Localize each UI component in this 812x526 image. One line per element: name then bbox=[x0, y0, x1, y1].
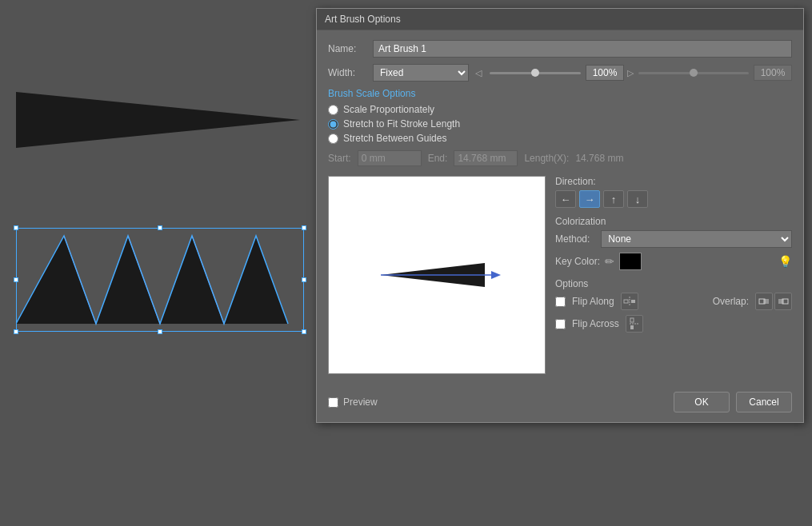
slider2-value bbox=[754, 65, 792, 81]
overlap-btn1[interactable] bbox=[755, 293, 773, 310]
zigzag-svg bbox=[16, 228, 304, 332]
svg-rect-9 bbox=[631, 300, 635, 303]
lengthx-label: Length(X): bbox=[524, 153, 569, 164]
slider1-right-icon: ▷ bbox=[627, 68, 634, 78]
dir-btn-down[interactable]: ↓ bbox=[627, 190, 648, 208]
key-color-swatch[interactable] bbox=[619, 253, 642, 270]
flip-along-icon bbox=[621, 293, 638, 310]
radio-scale-proportionately[interactable]: Scale Proportionately bbox=[328, 104, 792, 115]
lower-section: Direction: ← → ↑ ↓ Colorization Method: … bbox=[328, 176, 792, 374]
method-row: Method: None Tints Tints and Shades Hue … bbox=[555, 230, 792, 248]
options-section: Options Flip Along Overlap: bbox=[555, 278, 792, 337]
key-color-label: Key Color: bbox=[555, 256, 600, 267]
light-icon: 💡 bbox=[778, 255, 792, 268]
art-brush-dialog: Art Brush Options Name: Width: Fixed Pre… bbox=[316, 8, 804, 423]
colorization-section: Colorization Method: None Tints Tints an… bbox=[555, 216, 792, 270]
preview-label: Preview bbox=[343, 396, 378, 408]
dialog-footer: Preview OK Cancel bbox=[317, 384, 803, 422]
right-panel: Direction: ← → ↑ ↓ Colorization Method: … bbox=[555, 176, 792, 374]
preview-box bbox=[328, 176, 546, 374]
flip-along-row: Flip Along Overlap: bbox=[555, 293, 792, 310]
overlap-btn2[interactable] bbox=[774, 293, 792, 310]
radio-stretch-fit-label: Stretch to Fit Stroke Length bbox=[343, 118, 460, 130]
slider2-track bbox=[638, 72, 749, 74]
width-label: Width: bbox=[328, 67, 366, 78]
flip-across-label: Flip Across bbox=[572, 318, 619, 329]
width-select[interactable]: Fixed Pressure bbox=[373, 64, 469, 82]
end-label: End: bbox=[428, 153, 448, 164]
start-input bbox=[358, 150, 422, 166]
slider1-track[interactable] bbox=[490, 72, 581, 74]
canvas-area bbox=[0, 0, 312, 526]
radio-scale-proportionately-label: Scale Proportionately bbox=[343, 104, 434, 115]
ok-button[interactable]: OK bbox=[674, 392, 730, 412]
flip-across-checkbox[interactable] bbox=[555, 319, 566, 329]
start-label: Start: bbox=[328, 153, 351, 164]
key-color-row: Key Color: ✏ 💡 bbox=[555, 253, 792, 270]
svg-rect-15 bbox=[630, 318, 634, 322]
options-title: Options bbox=[555, 278, 792, 289]
flip-along-label: Flip Along bbox=[572, 296, 614, 307]
colorization-title: Colorization bbox=[555, 216, 792, 227]
slider2-area bbox=[634, 65, 792, 81]
cancel-button[interactable]: Cancel bbox=[736, 392, 792, 412]
radio-stretch-guides-input[interactable] bbox=[328, 133, 338, 144]
slider1-area: ◁ ▷ bbox=[475, 65, 634, 81]
lengthx-value: 14.768 mm bbox=[575, 153, 623, 164]
overlap-buttons bbox=[755, 293, 792, 310]
brush-scale-title: Brush Scale Options bbox=[328, 88, 792, 99]
flip-along-checkbox[interactable] bbox=[555, 297, 566, 307]
svg-marker-0 bbox=[16, 92, 300, 148]
guides-row: Start: End: Length(X): 14.768 mm bbox=[328, 150, 792, 166]
end-input bbox=[454, 150, 518, 166]
direction-title: Direction: bbox=[555, 176, 792, 187]
svg-rect-8 bbox=[624, 300, 628, 303]
radio-stretch-guides-label: Stretch Between Guides bbox=[343, 133, 446, 144]
preview-arrow-svg bbox=[357, 255, 517, 295]
radio-stretch-fit-input[interactable] bbox=[328, 119, 338, 130]
preview-check-area: Preview bbox=[328, 396, 378, 408]
slider1-thumb[interactable] bbox=[531, 69, 539, 77]
dir-btn-up[interactable]: ↑ bbox=[603, 190, 624, 208]
svg-rect-12 bbox=[763, 299, 769, 304]
dialog-body: Name: Width: Fixed Pressure ◁ ▷ bbox=[317, 30, 803, 384]
svg-rect-16 bbox=[630, 325, 634, 329]
radio-stretch-fit[interactable]: Stretch to Fit Stroke Length bbox=[328, 118, 792, 130]
slider1-left-icon: ◁ bbox=[475, 68, 482, 78]
flip-across-row: Flip Across bbox=[555, 315, 792, 333]
radio-scale-proportionately-input[interactable] bbox=[328, 105, 338, 115]
direction-buttons: ← → ↑ ↓ bbox=[555, 190, 792, 208]
radio-stretch-guides[interactable]: Stretch Between Guides bbox=[328, 133, 792, 144]
radio-group: Scale Proportionately Stretch to Fit Str… bbox=[328, 104, 792, 144]
name-input[interactable] bbox=[373, 40, 792, 58]
method-label: Method: bbox=[555, 233, 590, 245]
method-select[interactable]: None Tints Tints and Shades Hue Shift bbox=[601, 230, 792, 248]
slider1-value[interactable] bbox=[586, 65, 624, 81]
direction-section: Direction: ← → ↑ ↓ bbox=[555, 176, 792, 208]
flip-across-icon bbox=[626, 315, 643, 333]
shape-zigzag-container bbox=[16, 228, 304, 332]
name-label: Name: bbox=[328, 43, 366, 54]
eyedropper-icon[interactable]: ✏ bbox=[605, 255, 614, 268]
dialog-titlebar: Art Brush Options bbox=[317, 9, 803, 30]
svg-rect-14 bbox=[778, 299, 784, 304]
svg-marker-7 bbox=[491, 271, 501, 279]
dir-btn-left[interactable]: ← bbox=[555, 190, 576, 208]
preview-checkbox[interactable] bbox=[328, 397, 338, 408]
width-row: Width: Fixed Pressure ◁ ▷ bbox=[328, 64, 792, 82]
name-row: Name: bbox=[328, 40, 792, 58]
overlap-label: Overlap: bbox=[713, 296, 749, 307]
shape-triangle bbox=[16, 88, 296, 152]
slider2-thumb bbox=[690, 69, 698, 77]
dir-btn-right[interactable]: → bbox=[579, 190, 600, 208]
footer-buttons: OK Cancel bbox=[674, 392, 792, 412]
dialog-title: Art Brush Options bbox=[325, 14, 401, 25]
